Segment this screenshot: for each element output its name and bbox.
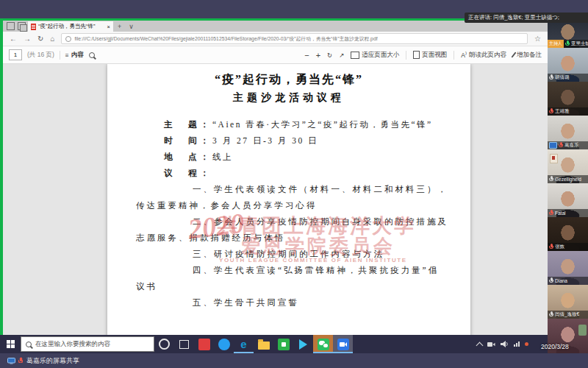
page-view-label: 页面视图	[422, 51, 447, 60]
browser-tab[interactable]: “疫”起行动，勇当先“锋” ×	[28, 21, 113, 32]
participant-video[interactable]: 张效	[548, 217, 588, 251]
blue-circle-app-icon	[218, 339, 230, 350]
edge-icon: e	[240, 339, 246, 350]
taskbar-app-edge[interactable]: e	[234, 335, 254, 353]
speaker-icon[interactable]	[501, 341, 509, 347]
read-aloud-icon: A)	[461, 51, 467, 59]
refresh-icon[interactable]: ↻	[37, 35, 43, 43]
agenda-line: 三、研讨疫情防控期间的工作内容与方法	[107, 246, 470, 262]
agenda-line: 二、参会人员分享疫情防控期间自身采取的防控措施及	[107, 213, 470, 230]
page-view-icon	[413, 51, 420, 59]
doc-meta-line: 议 程：	[107, 165, 470, 181]
new-tab-button[interactable]: +	[115, 21, 124, 32]
contents-button[interactable]: ≡ 内容	[65, 51, 84, 60]
search-placeholder: 在这里输入你要搜索的内容	[35, 340, 110, 349]
search-icon[interactable]	[89, 52, 95, 58]
tab-close-icon[interactable]: ×	[107, 24, 110, 30]
zoom-in-icon[interactable]: +	[316, 51, 320, 60]
wechat-icon	[318, 339, 329, 350]
tab-list-chevron-icon[interactable]: ∨	[126, 21, 137, 32]
taskbar-app-blue[interactable]	[214, 335, 234, 353]
participant-name: Fatal	[555, 210, 565, 216]
participant-name: 葛嘉乐	[564, 142, 579, 149]
pdf-content-area[interactable]: “疫”起行动，勇当先“锋” 主题沙龙活动议程 主 题：“Aien 青春·大学习”…	[3, 64, 548, 335]
participant-name: 王靖雅	[555, 108, 570, 115]
taskbar-app-explorer[interactable]	[254, 335, 273, 353]
participant-video[interactable]: Diana	[548, 251, 588, 285]
agenda-line: 五、学生骨干共同宣誓	[107, 294, 470, 311]
start-button[interactable]	[0, 335, 21, 353]
browser-nav-bar: ← → ↻ ⌂ file:///C:/Users/gjl/Documents/W…	[3, 32, 548, 46]
set-tabs-aside-icon[interactable]	[7, 22, 15, 30]
participant-video[interactable]: 主持人 亚里士缺...	[548, 18, 588, 48]
taskbar-app-wechat[interactable]	[313, 335, 333, 353]
pdf-page: “疫”起行动，勇当先“锋” 主题沙龙活动议程 主 题：“Aien 青春·大学习”…	[107, 64, 470, 335]
fullscreen-icon[interactable]: ↗	[339, 52, 344, 59]
taskbar-app-meeting[interactable]	[333, 335, 353, 353]
favorite-star-icon[interactable]: ☆	[534, 35, 541, 43]
participant-video[interactable]: 王靖雅	[548, 82, 588, 116]
camera-icon[interactable]	[487, 342, 495, 347]
tab-title: “疫”起行动，勇当先“锋”	[38, 23, 105, 30]
pen-icon	[511, 52, 516, 57]
zoom-out-icon[interactable]: −	[304, 51, 309, 60]
home-icon[interactable]: ⌂	[50, 35, 54, 43]
mic-icon	[549, 277, 553, 284]
forward-icon[interactable]: →	[24, 35, 31, 43]
mic-muted-icon	[549, 244, 553, 250]
participant-name: 胡倩璐	[555, 74, 570, 81]
participant-video[interactable]: 葛嘉乐	[548, 116, 588, 149]
doc-meta-line: 主 题：“Aien 青春·大学习”之“疫”起行动，勇当先“锋”	[107, 116, 470, 132]
taskbar-app-green[interactable]	[273, 335, 293, 353]
mic-icon	[565, 40, 570, 47]
green-app-icon	[278, 339, 290, 350]
address-bar[interactable]: file:///C:/Users/gjl/Documents/WeChat%20…	[61, 33, 528, 44]
doc-title-line2: 主题沙龙活动议程	[107, 91, 470, 105]
host-badge: 主持人	[548, 40, 564, 48]
mic-icon	[549, 74, 553, 81]
cortana-button[interactable]	[154, 335, 174, 353]
fit-page-button[interactable]: 适应页面大小	[351, 51, 399, 60]
task-view-icon	[179, 340, 189, 349]
page-view-button[interactable]: 页面视图	[413, 51, 447, 60]
system-tray	[477, 341, 548, 348]
read-aloud-button[interactable]: A) 朗读此页内容	[461, 51, 506, 60]
tray-chevron-up-icon[interactable]	[476, 342, 484, 349]
add-note-label: 增加备注	[517, 51, 542, 60]
participant-name-bar: Diana	[548, 277, 588, 285]
taskbar-search-input[interactable]: 在这里输入你要搜索的内容	[21, 336, 154, 352]
back-icon[interactable]: ←	[10, 35, 17, 43]
page-number-input[interactable]: 1	[9, 49, 22, 60]
share-indicator	[7, 358, 23, 364]
participant-video[interactable]: 胡倩璐	[548, 48, 588, 82]
doc-meta-line: 时 间：3 月 27 日-3 月 30 日	[107, 132, 470, 149]
task-view-button[interactable]	[174, 335, 194, 353]
doc-meta: 主 题：“Aien 青春·大学习”之“疫”起行动，勇当先“锋” 时 间：3 月 …	[107, 116, 470, 181]
participant-video[interactable]: 闫倩_逸致€	[548, 285, 588, 319]
participant-name-bar: 葛嘉乐	[548, 141, 588, 149]
meeting-bottom-bar: 葛嘉乐的屏幕共享	[0, 353, 588, 368]
participant-name: 张效	[555, 244, 564, 250]
share-banner-text: 葛嘉乐的屏幕共享	[26, 356, 79, 366]
screen-share-icon	[549, 142, 557, 149]
add-note-button[interactable]: 增加备注	[513, 51, 542, 60]
divider	[453, 51, 454, 60]
fit-page-label: 适应页面大小	[362, 51, 399, 60]
folder-icon	[258, 342, 270, 350]
taskbar-app-video[interactable]	[293, 335, 313, 353]
windows-logo-icon	[7, 340, 15, 348]
network-icon[interactable]	[514, 342, 520, 347]
edge-browser-window: “疫”起行动，勇当先“锋” × + ∨ ← → ↻ ⌂ file:///C:/U…	[3, 21, 548, 335]
tabs-preview-icon[interactable]	[18, 22, 26, 30]
mic-muted-icon	[549, 108, 553, 115]
participant-video[interactable]: Fatal	[548, 183, 588, 217]
participant-video[interactable]: Gezelligheid	[548, 149, 588, 183]
doc-agenda: 一、学生代表领读文件（材料一、材料二和材料三）， 传达重要精神，参会人员分享学习…	[107, 181, 470, 311]
menu-icon: ≡	[65, 52, 69, 59]
page-info-icon[interactable]	[65, 36, 71, 42]
rotate-icon[interactable]: ↻	[327, 52, 332, 59]
cortana-icon	[159, 339, 170, 350]
taskbar-app-red[interactable]	[194, 335, 214, 353]
agenda-line: 传达重要精神，参会人员分享学习心得	[107, 197, 470, 213]
participant-name: Diana	[555, 278, 567, 283]
